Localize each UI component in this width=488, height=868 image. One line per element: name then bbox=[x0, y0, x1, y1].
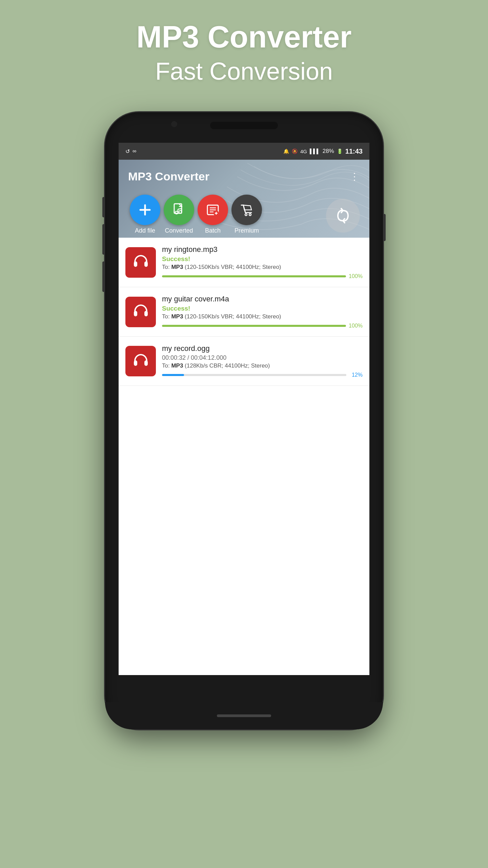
svg-point-15 bbox=[245, 214, 247, 216]
headphone-icon-1 bbox=[131, 253, 150, 272]
network-icon: 4G bbox=[300, 149, 307, 154]
phone-screen: ↺ ∞ 🔔 🔕 4G ▌▌▌ 28% 🔋 11:43 bbox=[119, 143, 369, 675]
file-list: my ringtone.mp3 Success! To: MP3 (120-15… bbox=[119, 238, 369, 675]
more-options-icon[interactable]: ⋮ bbox=[350, 171, 360, 182]
plus-icon bbox=[138, 202, 152, 217]
sync-icon: ↺ bbox=[125, 148, 130, 155]
notification-icon: 🔔 bbox=[283, 149, 289, 154]
phone-device: ↺ ∞ 🔔 🔕 4G ▌▌▌ 28% 🔋 11:43 bbox=[105, 112, 383, 729]
svg-rect-17 bbox=[134, 261, 137, 267]
phone-camera bbox=[171, 121, 177, 127]
progress-bar-fill-2 bbox=[162, 325, 346, 327]
converted-label: Converted bbox=[165, 227, 193, 234]
file-name-3: my record.ogg bbox=[162, 344, 363, 353]
svg-line-5 bbox=[178, 209, 182, 209]
file-time-3: 00:00:32 / 00:04:12.000 bbox=[162, 354, 363, 361]
headphone-icon-3 bbox=[131, 352, 150, 371]
progress-bar-bg-3 bbox=[162, 374, 346, 376]
app-bar-title: MP3 Converter bbox=[128, 170, 209, 183]
svg-rect-21 bbox=[134, 360, 137, 366]
premium-label: Premium bbox=[235, 227, 259, 234]
premium-button[interactable]: Premium bbox=[230, 195, 264, 234]
file-music-icon bbox=[171, 202, 186, 217]
svg-rect-20 bbox=[144, 311, 148, 316]
file-name-2: my guitar cover.m4a bbox=[162, 295, 363, 303]
add-file-circle bbox=[130, 195, 160, 225]
status-left-icons: ↺ ∞ bbox=[125, 148, 136, 155]
status-right-info: 🔔 🔕 4G ▌▌▌ 28% 🔋 11:43 bbox=[283, 147, 363, 155]
batch-circle bbox=[198, 195, 228, 225]
app-title-row: MP3 Converter ⋮ bbox=[128, 170, 360, 183]
phone-bottom bbox=[105, 702, 383, 729]
refresh-button[interactable] bbox=[326, 199, 360, 233]
signal-icon: ▌▌▌ bbox=[310, 149, 320, 154]
svg-rect-22 bbox=[144, 360, 148, 366]
progress-bar-fill-1 bbox=[162, 275, 346, 277]
phone-speaker bbox=[210, 122, 278, 129]
file-item-1[interactable]: my ringtone.mp3 Success! To: MP3 (120-15… bbox=[119, 238, 369, 287]
file-icon-2 bbox=[125, 297, 156, 327]
file-item-2[interactable]: my guitar cover.m4a Success! To: MP3 (12… bbox=[119, 287, 369, 337]
status-time: 11:43 bbox=[345, 147, 363, 155]
converted-circle bbox=[164, 195, 194, 225]
volume-down-button bbox=[102, 224, 105, 255]
progress-row-3: 12% bbox=[162, 372, 363, 378]
file-info-3: my record.ogg 00:00:32 / 00:04:12.000 To… bbox=[162, 344, 363, 378]
progress-label-3: 12% bbox=[349, 372, 363, 378]
battery-icon: 🔋 bbox=[337, 149, 343, 154]
volume-up-button bbox=[102, 197, 105, 217]
file-status-1: Success! bbox=[162, 255, 363, 263]
converted-button[interactable]: Converted bbox=[162, 195, 196, 234]
voicemail-icon: ∞ bbox=[133, 148, 136, 154]
batch-label: Batch bbox=[205, 227, 221, 234]
page-title: MP3 Converter bbox=[136, 20, 351, 54]
battery-text: 28% bbox=[323, 148, 334, 155]
file-detail-1: To: MP3 (120-150Kb/s VBR; 44100Hz; Stere… bbox=[162, 264, 363, 271]
app-header: MP3 Converter ⋮ Add file bbox=[119, 160, 369, 238]
svg-rect-18 bbox=[144, 261, 148, 267]
premium-circle bbox=[231, 195, 262, 225]
progress-label-2: 100% bbox=[349, 323, 363, 329]
file-info-2: my guitar cover.m4a Success! To: MP3 (12… bbox=[162, 295, 363, 329]
page-subtitle: Fast Conversion bbox=[155, 57, 333, 85]
mute-icon: 🔕 bbox=[292, 149, 298, 154]
file-detail-2: To: MP3 (120-150Kb/s VBR; 44100Hz; Stere… bbox=[162, 313, 363, 320]
add-file-label: Add file bbox=[135, 227, 155, 234]
progress-row-1: 100% bbox=[162, 273, 363, 279]
power-button bbox=[383, 214, 386, 241]
file-detail-3: To: MP3 (128Kb/s CBR; 44100Hz; Stereo) bbox=[162, 362, 363, 369]
headphone-icon-2 bbox=[131, 302, 150, 321]
progress-label-1: 100% bbox=[349, 273, 363, 279]
progress-bar-bg-2 bbox=[162, 325, 346, 327]
cart-icon bbox=[239, 202, 254, 217]
progress-row-2: 100% bbox=[162, 323, 363, 329]
svg-point-16 bbox=[249, 214, 251, 216]
phone-top bbox=[105, 112, 383, 143]
file-name-1: my ringtone.mp3 bbox=[162, 245, 363, 254]
silent-button bbox=[102, 261, 105, 292]
progress-bar-bg-1 bbox=[162, 275, 346, 277]
batch-button[interactable]: Batch bbox=[196, 195, 230, 234]
refresh-icon bbox=[334, 206, 352, 225]
action-buttons-row: Add file bbox=[128, 195, 360, 234]
add-file-button[interactable]: Add file bbox=[128, 195, 162, 234]
progress-bar-fill-3 bbox=[162, 374, 184, 376]
batch-list-icon bbox=[205, 202, 220, 217]
file-item-3[interactable]: my record.ogg 00:00:32 / 00:04:12.000 To… bbox=[119, 337, 369, 386]
svg-rect-19 bbox=[134, 311, 137, 316]
home-bar bbox=[217, 714, 271, 717]
file-icon-1 bbox=[125, 247, 156, 278]
status-bar: ↺ ∞ 🔔 🔕 4G ▌▌▌ 28% 🔋 11:43 bbox=[119, 143, 369, 160]
file-info-1: my ringtone.mp3 Success! To: MP3 (120-15… bbox=[162, 245, 363, 279]
file-icon-3 bbox=[125, 346, 156, 376]
file-status-2: Success! bbox=[162, 305, 363, 312]
